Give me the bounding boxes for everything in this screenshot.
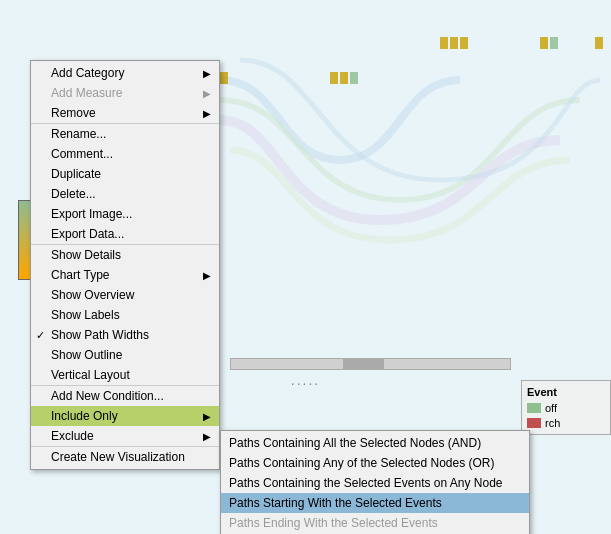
svg-rect-7 xyxy=(450,37,458,49)
submenu-item-paths-ending[interactable]: Paths Ending With the Selected Events xyxy=(221,513,529,533)
side-panel-title: Event xyxy=(527,386,605,398)
svg-rect-5 xyxy=(350,72,358,84)
menu-item-add-new-condition[interactable]: Add New Condition... xyxy=(31,385,219,406)
menu-item-add-category[interactable]: Add Category ▶ xyxy=(31,63,219,83)
menu-item-create-new-viz[interactable]: Create New Visualization xyxy=(31,446,219,467)
submenu-include-only: Paths Containing All the Selected Nodes … xyxy=(220,430,530,534)
arrow-icon: ▶ xyxy=(203,108,211,119)
dots-indicator: ..... xyxy=(291,372,320,388)
svg-rect-3 xyxy=(330,72,338,84)
side-panel-color-1 xyxy=(527,418,541,428)
menu-item-export-image[interactable]: Export Image... xyxy=(31,204,219,224)
svg-rect-10 xyxy=(550,37,558,49)
side-panel: Event off rch xyxy=(521,380,611,435)
menu-item-show-details[interactable]: Show Details xyxy=(31,245,219,265)
side-panel-color-0 xyxy=(527,403,541,413)
submenu-item-paths-any-node[interactable]: Paths Containing the Selected Events on … xyxy=(221,473,529,493)
scrollbar-thumb[interactable] xyxy=(343,359,385,369)
scrollbar[interactable] xyxy=(230,358,511,370)
menu-item-show-labels[interactable]: Show Labels xyxy=(31,305,219,325)
submenu-item-paths-starting[interactable]: Paths Starting With the Selected Events xyxy=(221,493,529,513)
svg-rect-8 xyxy=(460,37,468,49)
menu-item-show-path-widths[interactable]: ✓ Show Path Widths xyxy=(31,325,219,345)
menu-item-rename[interactable]: Rename... xyxy=(31,123,219,144)
menu-item-exclude[interactable]: Exclude ▶ xyxy=(31,426,219,446)
menu-item-vertical-layout[interactable]: Vertical Layout xyxy=(31,365,219,385)
menu-item-chart-type[interactable]: Chart Type ▶ xyxy=(31,265,219,285)
submenu-item-paths-or[interactable]: Paths Containing Any of the Selected Nod… xyxy=(221,453,529,473)
viz-svg xyxy=(200,0,611,340)
arrow-icon: ▶ xyxy=(203,411,211,422)
submenu-item-paths-and[interactable]: Paths Containing All the Selected Nodes … xyxy=(221,433,529,453)
menu-item-comment[interactable]: Comment... xyxy=(31,144,219,164)
svg-rect-4 xyxy=(340,72,348,84)
checkmark-icon: ✓ xyxy=(36,329,45,342)
context-menu: Add Category ▶ Add Measure ▶ Remove ▶ Re… xyxy=(30,60,220,470)
svg-rect-6 xyxy=(440,37,448,49)
svg-rect-11 xyxy=(595,37,603,49)
menu-item-remove[interactable]: Remove ▶ xyxy=(31,103,219,123)
side-panel-item-1: rch xyxy=(527,417,605,429)
arrow-icon: ▶ xyxy=(203,68,211,79)
menu-item-include-only[interactable]: Include Only ▶ xyxy=(31,406,219,426)
side-panel-label-0: off xyxy=(545,402,557,414)
arrow-icon: ▶ xyxy=(203,270,211,281)
side-panel-item-0: off xyxy=(527,402,605,414)
menu-item-export-data[interactable]: Export Data... xyxy=(31,224,219,245)
menu-item-duplicate[interactable]: Duplicate xyxy=(31,164,219,184)
menu-item-show-outline[interactable]: Show Outline xyxy=(31,345,219,365)
side-panel-label-1: rch xyxy=(545,417,560,429)
menu-item-show-overview[interactable]: Show Overview xyxy=(31,285,219,305)
menu-item-delete[interactable]: Delete... xyxy=(31,184,219,204)
svg-rect-9 xyxy=(540,37,548,49)
svg-rect-2 xyxy=(220,72,228,84)
menu-item-add-measure[interactable]: Add Measure ▶ xyxy=(31,83,219,103)
arrow-icon: ▶ xyxy=(203,88,211,99)
context-menu-container: Add Category ▶ Add Measure ▶ Remove ▶ Re… xyxy=(30,60,220,470)
arrow-icon: ▶ xyxy=(203,431,211,442)
